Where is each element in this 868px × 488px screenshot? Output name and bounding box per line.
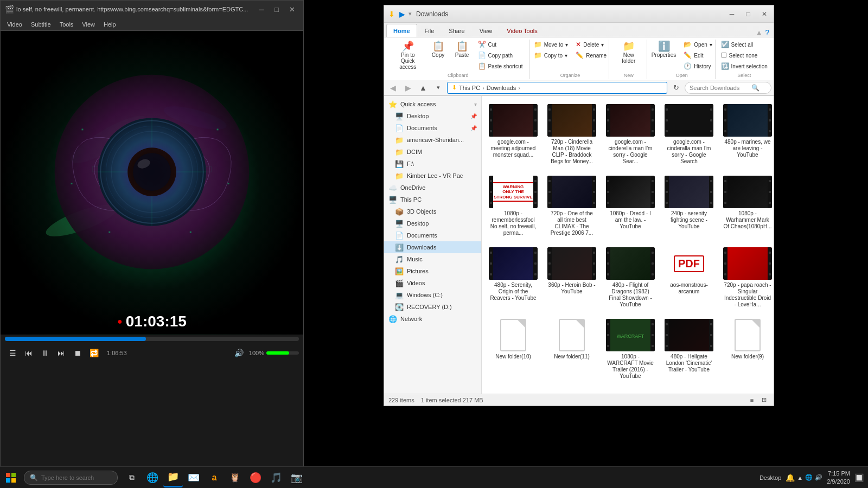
path-downloads[interactable]: Downloads bbox=[487, 85, 516, 91]
repeat-btn[interactable]: 🔁 bbox=[86, 345, 101, 361]
taskbar-clock[interactable]: 7:15 PM 2/9/2020 bbox=[827, 470, 850, 485]
sidebar-item-music[interactable]: 🎵 Music bbox=[384, 253, 481, 265]
notifications-btn[interactable]: 🔲 bbox=[854, 473, 864, 482]
recent-locations-btn[interactable]: ▾ bbox=[432, 81, 445, 94]
file-item-12[interactable]: 360p - Heroin Bob - YouTube bbox=[545, 243, 599, 311]
next-btn[interactable]: ⏭ bbox=[54, 345, 69, 361]
file-item-1[interactable]: google.com - meeting adjourned monster s… bbox=[486, 100, 540, 168]
amazon-icon[interactable]: a bbox=[205, 468, 224, 487]
help-menu[interactable]: Help bbox=[99, 18, 120, 30]
sidebar-item-americavr[interactable]: 📁 americavr-Sheridan... bbox=[384, 134, 481, 146]
start-button[interactable] bbox=[0, 467, 22, 489]
sidebar-item-downloads[interactable]: ⬇️ Downloads bbox=[384, 241, 481, 253]
file-item-8[interactable]: 1080p - Dredd - I am the law. - YouTube bbox=[603, 172, 658, 239]
file-item-14[interactable]: PDF aos-monstrous-arcanum bbox=[662, 243, 716, 311]
sidebar-item-windows-c[interactable]: 💻 Windows (C:) bbox=[384, 289, 481, 301]
move-to-btn[interactable]: 📁 Move to ▾ bbox=[531, 40, 571, 49]
tab-video-tools[interactable]: Video Tools bbox=[500, 24, 544, 37]
video-menu[interactable]: Video bbox=[3, 18, 27, 30]
view-menu[interactable]: View bbox=[78, 18, 99, 30]
close-button[interactable]: ✕ bbox=[285, 2, 299, 16]
copy-btn[interactable]: 📋 Copy bbox=[427, 40, 449, 60]
file-item-4[interactable]: google.com - cinderalla man I'm sorry - … bbox=[662, 100, 716, 168]
playlist-btn[interactable]: ☰ bbox=[5, 345, 20, 361]
subtitle-menu[interactable]: Subtitle bbox=[27, 18, 55, 30]
ribbon-help-btn[interactable]: ? bbox=[765, 28, 769, 37]
edit-btn[interactable]: ✏️ Edit bbox=[681, 50, 714, 60]
opera-icon[interactable]: 🔴 bbox=[246, 468, 265, 487]
details-view-btn[interactable]: ≡ bbox=[746, 395, 757, 405]
sidebar-item-network[interactable]: 🌐 Network bbox=[384, 313, 481, 325]
sidebar-item-f-drive[interactable]: 💾 F:\ bbox=[384, 158, 481, 170]
search-input[interactable] bbox=[690, 85, 749, 91]
camera-icon[interactable]: 📷 bbox=[287, 468, 307, 487]
copy-path-btn[interactable]: 📄 Copy path bbox=[475, 50, 526, 60]
sidebar-item-this-pc[interactable]: 🖥️ This PC bbox=[384, 194, 481, 206]
taskbar-search[interactable]: 🔍 bbox=[24, 471, 118, 485]
tab-share[interactable]: Share bbox=[442, 24, 471, 37]
sidebar-item-documents[interactable]: 📄 Documents 📌 bbox=[384, 122, 481, 134]
volume-tray-icon[interactable]: 🔊 bbox=[815, 474, 822, 481]
tab-view[interactable]: View bbox=[473, 24, 500, 37]
task-view-btn[interactable]: ⧉ bbox=[122, 468, 142, 487]
tools-menu[interactable]: Tools bbox=[55, 18, 78, 30]
file-item-17[interactable]: New folder(11) bbox=[545, 315, 599, 382]
sidebar-item-onedrive[interactable]: ☁️ OneDrive bbox=[384, 182, 481, 194]
explorer-minimize-btn[interactable]: ─ bbox=[725, 7, 739, 21]
file-item-11[interactable]: 480p - Serenity, Origin of the Reavers -… bbox=[486, 243, 540, 311]
file-item-16[interactable]: New folder(10) bbox=[486, 315, 540, 382]
sidebar-item-documents2[interactable]: 📄 Documents bbox=[384, 229, 481, 241]
delete-btn[interactable]: ✕ Delete ▾ bbox=[573, 40, 609, 49]
file-item-20[interactable]: New folder(9) bbox=[720, 315, 774, 382]
select-all-btn[interactable]: ☑️ Select all bbox=[718, 40, 770, 49]
sidebar-item-3d-objects[interactable]: 📦 3D Objects bbox=[384, 206, 481, 217]
maximize-button[interactable]: □ bbox=[270, 2, 284, 16]
prev-btn[interactable]: ⏮ bbox=[21, 345, 36, 361]
paste-shortcut-btn[interactable]: 📋 Paste shortcut bbox=[475, 61, 526, 71]
notification-icon[interactable]: 🔔 bbox=[786, 473, 795, 482]
file-explorer-icon[interactable]: 📁 bbox=[163, 468, 183, 487]
file-item-13[interactable]: 480p - Flight of Dragons (1982) Final Sh… bbox=[603, 243, 658, 311]
taskbar-search-input[interactable] bbox=[41, 474, 112, 481]
play-btn[interactable]: ⏸ bbox=[37, 345, 53, 361]
sidebar-item-kimber[interactable]: 📁 Kimber Lee - VR Pac bbox=[384, 170, 481, 182]
sidebar-item-quick-access[interactable]: ⭐ Quick access ▾ bbox=[384, 98, 481, 110]
properties-btn[interactable]: ℹ️ Properties bbox=[649, 40, 679, 60]
stop-btn[interactable]: ⏹ bbox=[70, 345, 85, 361]
open-btn[interactable]: 📂 Open ▾ bbox=[681, 40, 714, 49]
tab-home[interactable]: Home bbox=[386, 24, 417, 37]
explorer-maximize-btn[interactable]: □ bbox=[741, 7, 755, 21]
progress-bar[interactable] bbox=[5, 337, 299, 341]
file-item-5[interactable]: 480p - marines, we are leaving - YouTube bbox=[720, 100, 774, 168]
paste-btn[interactable]: 📋 Paste bbox=[451, 40, 473, 60]
new-folder-btn[interactable]: 📁 New folder bbox=[615, 40, 642, 66]
up-btn[interactable]: ▲ bbox=[417, 81, 430, 94]
file-item-15[interactable]: 720p - papa roach - Singular Indestructi… bbox=[720, 243, 774, 311]
file-item-9[interactable]: 240p - serenity fighting scene - YouTube bbox=[662, 172, 716, 239]
file-item-2[interactable]: 720p - Cinderella Man (18) Movie CLIP - … bbox=[545, 100, 599, 168]
explorer-close-btn[interactable]: ✕ bbox=[757, 7, 771, 21]
tab-file[interactable]: File bbox=[418, 24, 442, 37]
sidebar-item-dcim[interactable]: 📁 DCIM bbox=[384, 146, 481, 158]
rename-btn[interactable]: ✏️ Rename bbox=[573, 50, 609, 60]
network-tray-icon[interactable]: 🌐 bbox=[805, 474, 813, 481]
file-item-10[interactable]: 1080p - Warhammer Mark Of Chaos(1080pH..… bbox=[720, 172, 774, 239]
copy-to-btn[interactable]: 📁 Copy to ▾ bbox=[531, 50, 571, 60]
path-this-pc[interactable]: This PC bbox=[459, 85, 480, 91]
minimize-button[interactable]: ─ bbox=[254, 2, 269, 16]
select-none-btn[interactable]: ☐ Select none bbox=[718, 50, 770, 60]
address-path[interactable]: ⬇ This PC › Downloads › bbox=[447, 82, 667, 94]
ribbon-collapse-btn[interactable]: ▲ bbox=[755, 28, 763, 37]
file-item-18[interactable]: WARCRAFT 1080p - WARCRAFT Movie Trailer … bbox=[603, 315, 658, 382]
sidebar-item-recovery-d[interactable]: 💽 RECOVERY (D:) bbox=[384, 301, 481, 313]
mail-icon[interactable]: ✉️ bbox=[184, 468, 203, 487]
pin-quick-access-btn[interactable]: 📌 Pin to Quick access bbox=[391, 40, 425, 72]
mute-btn[interactable]: 🔊 bbox=[232, 345, 247, 361]
tripadvisor-icon[interactable]: 🦉 bbox=[225, 468, 245, 487]
file-item-3[interactable]: google.com - cinderella man I'm sorry - … bbox=[603, 100, 658, 168]
edge-icon[interactable]: 🌐 bbox=[143, 468, 162, 487]
winamp-icon[interactable]: 🎵 bbox=[266, 468, 286, 487]
volume-bar[interactable] bbox=[266, 351, 299, 355]
media-content[interactable]: ● 01:03:15 bbox=[1, 31, 303, 335]
history-btn[interactable]: 🕐 History bbox=[681, 61, 714, 71]
